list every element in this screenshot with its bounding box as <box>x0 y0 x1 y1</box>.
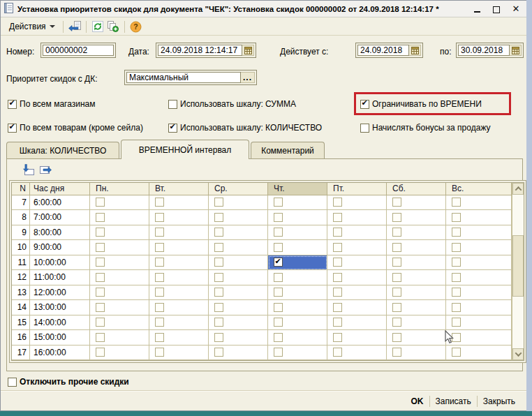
day-cell[interactable] <box>268 346 327 361</box>
cell-checkbox[interactable] <box>96 213 105 222</box>
cell-checkbox[interactable] <box>333 333 342 342</box>
day-cell[interactable] <box>90 330 149 346</box>
day-cell[interactable] <box>90 255 149 271</box>
day-cell[interactable] <box>446 330 512 346</box>
row-number-cell[interactable]: 8 <box>12 210 30 225</box>
column-header-9[interactable]: Вс. <box>446 183 512 195</box>
day-cell[interactable] <box>209 330 268 346</box>
day-cell[interactable] <box>90 210 149 225</box>
cell-checkbox[interactable] <box>392 348 401 357</box>
day-cell[interactable] <box>446 346 512 361</box>
cell-checkbox[interactable] <box>155 243 164 252</box>
day-cell[interactable] <box>90 225 149 241</box>
day-cell[interactable] <box>327 240 387 255</box>
maximize-button[interactable] <box>492 4 501 14</box>
cell-checkbox[interactable] <box>392 273 401 282</box>
day-cell[interactable] <box>446 195 512 211</box>
day-cell[interactable] <box>327 270 387 285</box>
day-cell[interactable] <box>446 240 512 255</box>
cell-checkbox[interactable] <box>274 333 283 342</box>
checkbox-limit-by-time[interactable]: Ограничивать по ВРЕМЕНИ <box>360 99 482 109</box>
day-cell[interactable] <box>209 285 268 301</box>
day-cell[interactable] <box>387 225 446 241</box>
day-cell[interactable] <box>327 300 387 315</box>
day-cell[interactable] <box>387 210 446 225</box>
cell-checkbox[interactable] <box>392 258 401 267</box>
cell-checkbox[interactable] <box>155 318 164 327</box>
cell-checkbox[interactable] <box>333 198 342 207</box>
day-cell[interactable] <box>446 225 512 241</box>
cell-checkbox[interactable] <box>392 288 401 297</box>
day-cell[interactable] <box>90 285 149 301</box>
cell-checkbox[interactable] <box>96 303 105 312</box>
cell-checkbox[interactable] <box>333 228 342 237</box>
cell-checkbox[interactable] <box>452 288 461 297</box>
row-number-cell[interactable]: 13 <box>12 285 30 301</box>
checkbox-all-goods[interactable]: По всем товарам (кроме сейла) <box>8 123 143 133</box>
cell-checkbox[interactable] <box>214 348 223 357</box>
cell-checkbox[interactable] <box>155 333 164 342</box>
cell-checkbox[interactable] <box>392 303 401 312</box>
column-header-1[interactable]: N <box>12 183 30 195</box>
cell-checkbox[interactable] <box>274 258 283 267</box>
cell-checkbox[interactable] <box>452 258 461 267</box>
cell-checkbox[interactable] <box>274 198 283 207</box>
actions-menu-button[interactable]: Действия <box>5 20 59 33</box>
priority-picker-button[interactable]: ... <box>241 72 255 83</box>
close-window-button[interactable]: Закрыть <box>478 395 521 408</box>
cell-checkbox[interactable] <box>392 243 401 252</box>
day-cell[interactable] <box>327 330 387 346</box>
hour-cell[interactable]: 10:00:00 <box>30 255 90 271</box>
row-number-cell[interactable]: 14 <box>12 300 30 315</box>
column-header-7[interactable]: Пт. <box>327 183 387 195</box>
cell-checkbox[interactable] <box>155 198 164 207</box>
cell-checkbox[interactable] <box>96 348 105 357</box>
day-cell[interactable] <box>387 285 446 301</box>
cell-checkbox[interactable] <box>155 348 164 357</box>
tab-comment[interactable]: Комментарий <box>251 142 325 159</box>
number-value[interactable]: 000000002 <box>43 45 114 56</box>
hour-cell[interactable]: 16:00:00 <box>30 346 90 361</box>
day-cell[interactable] <box>387 195 446 211</box>
checkbox-box[interactable] <box>168 124 177 133</box>
cell-checkbox[interactable] <box>333 273 342 282</box>
cell-checkbox[interactable] <box>392 198 401 207</box>
day-cell[interactable] <box>90 270 149 285</box>
hour-cell[interactable]: 13:00:00 <box>30 300 90 315</box>
day-cell[interactable] <box>209 210 268 225</box>
scrollbar-thumb[interactable] <box>512 235 524 297</box>
day-cell[interactable] <box>149 285 209 301</box>
day-cell[interactable] <box>149 330 209 346</box>
write-document-button[interactable] <box>67 20 82 34</box>
day-cell[interactable] <box>387 300 446 315</box>
day-cell[interactable] <box>209 315 268 331</box>
day-cell[interactable] <box>149 240 209 255</box>
tab-time-interval[interactable]: ВРЕМЕННОЙ интервал <box>121 140 249 159</box>
day-cell[interactable] <box>387 315 446 331</box>
cell-checkbox[interactable] <box>452 198 461 207</box>
valid-to-value[interactable]: 30.09.2018 <box>458 45 510 56</box>
cell-checkbox[interactable] <box>452 348 461 357</box>
ok-button[interactable]: OK <box>406 395 429 408</box>
cell-checkbox[interactable] <box>333 288 342 297</box>
column-header-8[interactable]: Сб. <box>387 183 446 195</box>
row-number-cell[interactable]: 12 <box>12 270 30 285</box>
fill-column-button[interactable] <box>21 163 36 177</box>
day-cell[interactable] <box>327 225 387 241</box>
day-cell[interactable] <box>446 255 512 271</box>
checkbox-box[interactable] <box>360 124 369 133</box>
date-value[interactable]: 24.09.2018 12:14:17 <box>158 45 242 56</box>
day-cell[interactable] <box>149 225 209 241</box>
vertical-scrollbar[interactable] <box>512 183 524 360</box>
day-cell[interactable] <box>446 285 512 301</box>
day-cell[interactable] <box>149 300 209 315</box>
day-cell[interactable] <box>327 346 387 361</box>
valid-from-field[interactable]: 24.09.2018 <box>355 43 423 58</box>
cell-checkbox[interactable] <box>96 318 105 327</box>
priority-value[interactable]: Максимальный <box>126 72 241 83</box>
cell-checkbox[interactable] <box>155 303 164 312</box>
fill-row-button[interactable] <box>38 163 53 177</box>
day-cell[interactable] <box>268 240 327 255</box>
cell-checkbox[interactable] <box>392 333 401 342</box>
valid-from-value[interactable]: 24.09.2018 <box>357 45 409 56</box>
